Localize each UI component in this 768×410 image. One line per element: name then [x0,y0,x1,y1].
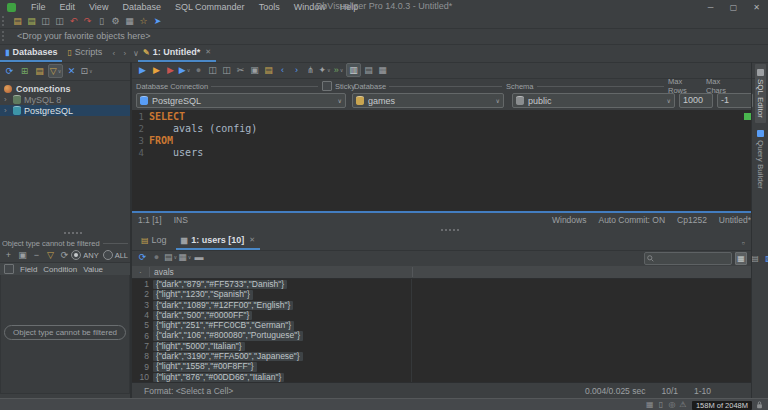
table-row[interactable]: 4 {"dark","500","#0000FF"} [132,310,751,320]
grid-view-icon[interactable]: ▦ [735,252,747,265]
memory-status-icon[interactable]: ▯ [656,399,666,410]
open-file-icon[interactable]: ▤ [11,15,24,27]
chevron-right-icon[interactable]: › [4,95,10,104]
cell-value[interactable]: {"light","1230","Spanish"} [153,290,253,300]
sticky-checkbox[interactable] [322,81,332,91]
close-icon[interactable]: ✕ [745,0,768,14]
paste-icon[interactable]: ▤ [262,64,275,76]
menu-item[interactable]: File [24,2,53,12]
schema-select[interactable]: public ∨ [512,93,675,108]
max-rows-input[interactable]: 1000 [679,93,713,108]
grid-options-icon[interactable]: ▦∨ [178,251,191,263]
stop-icon[interactable]: ● [150,251,163,263]
prev-tab-icon[interactable]: ‹ [109,49,118,58]
save-as-icon[interactable]: ◫ [53,15,66,27]
expand-icon[interactable]: ⊡∨ [80,65,93,77]
tab-users[interactable]: ▦ 1: users [10] ✕ [176,233,260,250]
copy-filter-icon[interactable]: ▣ [16,249,29,261]
add-filter-icon[interactable]: + [2,249,15,261]
menu-item[interactable]: View [82,2,115,12]
create-folder-icon[interactable]: ▤ [33,65,46,77]
rail-tab-sql-editor[interactable]: SQL Editor [755,64,766,123]
grid-status-icon[interactable]: ▦ [645,399,655,410]
bookmark-icon[interactable]: ▯ [95,15,108,27]
apply-filter-icon[interactable]: ▽ [44,249,57,261]
back-icon[interactable]: ‹ [276,64,289,76]
cell-value[interactable]: {"light","251","#FFC0CB","German"} [153,321,294,331]
export-icon[interactable]: ▤∨ [164,251,177,263]
table-row[interactable]: 8 {"dark","3190","#FFA500","Japanese"} [132,351,751,361]
table-row[interactable]: 5 {"light","251","#FFC0CB","German"} [132,320,751,330]
connection-select[interactable]: PostgreSQL ∨ [136,93,346,108]
open-favorite-icon[interactable]: ▤ [25,15,38,27]
sync-icon[interactable]: ⟳ [3,65,16,77]
execute-explain-icon[interactable]: ▶ [164,64,177,76]
templates-icon[interactable]: »∨ [332,64,345,76]
cell-value[interactable]: {"dark","3190","#FFA500","Japanese"} [153,352,303,362]
save-icon[interactable]: ◫ [206,64,219,76]
pin-result-icon[interactable]: ▦ [376,64,389,76]
editor-status-item[interactable]: Auto Commit: ON [598,215,665,225]
cell-value[interactable]: {"dark","500","#0000FF"} [153,311,252,321]
close-tab-icon[interactable]: ✕ [249,236,255,244]
redo-icon[interactable]: ↷ [81,15,94,27]
table-row[interactable]: 6 {"dark","106","#800080","Portuguese"} [132,330,751,340]
tree-item-connections[interactable]: Connections [0,83,130,94]
menu-item[interactable]: Tools [252,2,287,12]
cell-value[interactable]: {"light","1558","#00F8FF"} [153,362,257,372]
max-chars-input[interactable]: -1 [717,93,753,108]
menu-item[interactable]: Database [115,2,168,12]
column-header-avals[interactable]: avals [150,267,413,277]
cell-value[interactable]: {"dark","1089","#12FF00","English"} [153,301,293,311]
save-as-icon[interactable]: ◫ [220,64,233,76]
minimize-icon[interactable]: ─ [699,0,722,14]
favorites-icon[interactable]: ☆ [137,15,150,27]
next-tab-icon[interactable]: › [120,49,129,58]
pin-icon[interactable]: ◎ [667,399,677,410]
cell-value[interactable]: {"dark","879","#FF5733","Danish"} [153,280,287,290]
warning-icon[interactable]: ⚠ [678,399,688,410]
pointer-icon[interactable]: ➤ [151,15,164,27]
tab-databases[interactable]: ▮ Databases [0,45,62,62]
radio-option[interactable]: ALL [103,250,128,260]
radio-option[interactable]: ANY [71,250,98,260]
select-all-checkbox[interactable] [4,264,14,274]
rerun-icon[interactable]: ⟳ [136,251,149,263]
editor-status-item[interactable]: Windows [552,215,586,225]
copy-icon[interactable]: ▣ [248,64,261,76]
chevron-right-icon[interactable]: › [4,106,10,115]
delete-rows-icon[interactable]: ▬ [192,251,205,263]
table-row[interactable]: 7 {"light","5000","Italian"} [132,341,751,351]
forward-icon[interactable]: › [290,64,303,76]
grid-corner[interactable]: · [132,267,150,277]
tree-item[interactable]: › PostgreSQL [0,105,130,116]
memory-indicator[interactable]: 158M of 2048M [692,401,752,410]
collapse-all-icon[interactable]: ✕ [65,65,78,77]
cell-value[interactable]: {"light","876","#00DD66","Italian"} [153,373,284,383]
editor-status-item[interactable]: Cp1252 [677,215,707,225]
menu-item[interactable]: SQL Commander [168,2,252,12]
tool-properties-icon[interactable]: ▦ [123,15,136,27]
detach-panel-icon[interactable]: ▫ [742,238,745,250]
maximize-icon[interactable]: ▢ [722,0,745,14]
filter-icon[interactable]: ▽∨ [48,64,63,78]
toolbar-grip[interactable] [2,16,7,26]
create-connection-icon[interactable]: ⊞ [18,65,31,77]
format-sql-icon[interactable]: ✦∨ [318,64,331,76]
editor-status-item[interactable]: Untitled* [719,215,751,225]
toolbar-grip[interactable] [2,31,7,41]
execute-icon[interactable]: ▶ [136,64,149,76]
left-horizontal-splitter[interactable] [0,228,130,238]
table-row[interactable]: 9 {"light","1558","#00F8FF"} [132,361,751,371]
undo-icon[interactable]: ↶ [67,15,80,27]
table-row[interactable]: 2 {"light","1230","Spanish"} [132,289,751,299]
grid-search-input[interactable] [644,252,732,265]
stop-icon[interactable]: ● [192,64,205,76]
database-select[interactable]: games ∨ [352,93,504,108]
table-row[interactable]: 1 {"dark","879","#FF5733","Danish"} [132,279,751,289]
save-icon[interactable]: ◫ [39,15,52,27]
filter-disabled-button[interactable]: Object type cannot be filtered [4,325,126,340]
query-builder-icon[interactable]: ⋔ [304,64,317,76]
close-tab-icon[interactable]: ✕ [205,48,211,56]
reload-filter-icon[interactable]: ⟳ [58,249,71,261]
